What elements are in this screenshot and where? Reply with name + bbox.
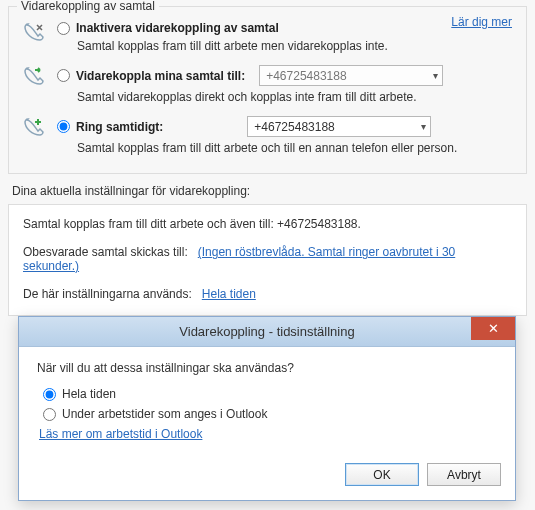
dialog-title: Vidarekoppling - tidsinställning <box>179 324 354 339</box>
current-settings-box: Samtal kopplas fram till ditt arbete och… <box>8 204 527 316</box>
learn-more-link[interactable]: Lär dig mer <box>451 15 512 29</box>
forward-radio-disable[interactable] <box>57 22 70 35</box>
forward-label-simring[interactable]: Ring samtidigt: <box>76 120 163 134</box>
dialog-titlebar: Vidarekoppling - tidsinställning ✕ <box>19 317 515 347</box>
forward-option-simring: Ring samtidigt: +46725483188 ▾ Samtal ko… <box>21 116 514 161</box>
phone-simring-icon <box>21 116 47 142</box>
time-settings-dialog: Vidarekoppling - tidsinställning ✕ När v… <box>18 316 516 501</box>
forward-desc-disable: Samtal kopplas fram till ditt arbete men… <box>77 39 514 53</box>
chevron-down-icon: ▾ <box>421 121 426 132</box>
forward-target-value: +46725483188 <box>266 69 346 83</box>
forward-target-dropdown[interactable]: +46725483188 ▾ <box>259 65 443 86</box>
when-label-always[interactable]: Hela tiden <box>62 387 116 401</box>
forwarding-legend: Vidarekoppling av samtal <box>17 0 159 13</box>
simring-target-dropdown[interactable]: +46725483188 ▾ <box>247 116 431 137</box>
applies-link[interactable]: Hela tiden <box>202 287 256 301</box>
applies-label: De här inställningarna används: <box>23 287 192 301</box>
forward-desc-simring: Samtal kopplas fram till ditt arbete och… <box>77 141 514 155</box>
cancel-button[interactable]: Avbryt <box>427 463 501 486</box>
close-button[interactable]: ✕ <box>471 317 515 340</box>
forwarding-group: Vidarekoppling av samtal Lär dig mer Ina… <box>8 6 527 174</box>
when-radio-workhours[interactable] <box>43 408 56 421</box>
forward-radio-simring[interactable] <box>57 120 70 133</box>
forward-label-forward[interactable]: Vidarekoppla mina samtal till: <box>76 69 245 83</box>
forward-radio-forward[interactable] <box>57 69 70 82</box>
when-label-workhours[interactable]: Under arbetstider som anges i Outlook <box>62 407 267 421</box>
phone-disable-icon <box>21 21 47 47</box>
close-icon: ✕ <box>488 321 499 336</box>
outlook-hours-link[interactable]: Läs mer om arbetstid i Outlook <box>39 427 202 441</box>
phone-forward-icon <box>21 65 47 91</box>
forward-option-forward: Vidarekoppla mina samtal till: +46725483… <box>21 65 514 110</box>
forward-label-disable[interactable]: Inaktivera vidarekoppling av samtal <box>76 21 279 35</box>
chevron-down-icon: ▾ <box>433 70 438 81</box>
current-line1: Samtal kopplas fram till ditt arbete och… <box>23 217 512 231</box>
forward-option-disable: Inaktivera vidarekoppling av samtal Samt… <box>21 21 514 59</box>
dialog-question: När vill du att dessa inställningar ska … <box>37 361 497 375</box>
when-radio-always[interactable] <box>43 388 56 401</box>
current-settings-header: Dina aktuella inställningar för vidareko… <box>12 184 523 198</box>
unanswered-label: Obesvarade samtal skickas till: <box>23 245 188 259</box>
simring-target-value: +46725483188 <box>254 120 334 134</box>
forward-desc-forward: Samtal vidarekopplas direkt och kopplas … <box>77 90 514 104</box>
ok-button[interactable]: OK <box>345 463 419 486</box>
